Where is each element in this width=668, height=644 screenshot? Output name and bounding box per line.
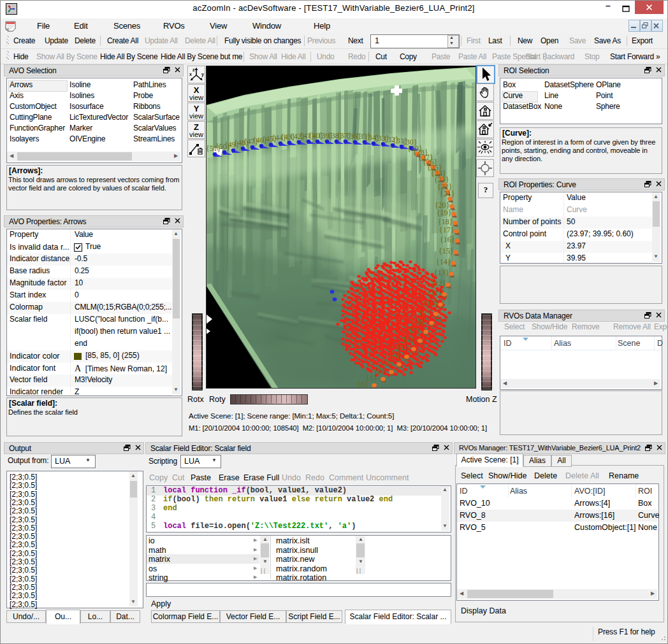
svg-text:{21}: {21} [440,189,455,198]
svg-text:{15}: {15} [439,247,454,255]
svg-text:{12}: {12} [431,279,446,288]
svg-text:{6}: {6} [403,335,414,344]
svg-text:{16}: {16} [440,235,455,244]
svg-text:{17}: {17} [439,225,454,234]
svg-text:z: z [192,68,195,72]
svg-text:{8}: {8} [414,317,425,326]
svg-text:y: y [201,72,204,77]
svg-text:{13}: {13} [434,268,449,277]
svg-text:x: x [189,72,192,76]
svg-text:{14}: {14} [436,257,451,266]
svg-text:{19}: {19} [437,208,452,217]
svg-text:{9}: {9} [419,308,430,317]
svg-text:{18}: {18} [438,217,453,226]
svg-text:{10}: {10} [423,299,439,308]
svg-text:{11}: {11} [427,289,442,297]
svg-text:{0}: {0} [357,380,368,389]
svg-text:{7}: {7} [409,326,420,335]
